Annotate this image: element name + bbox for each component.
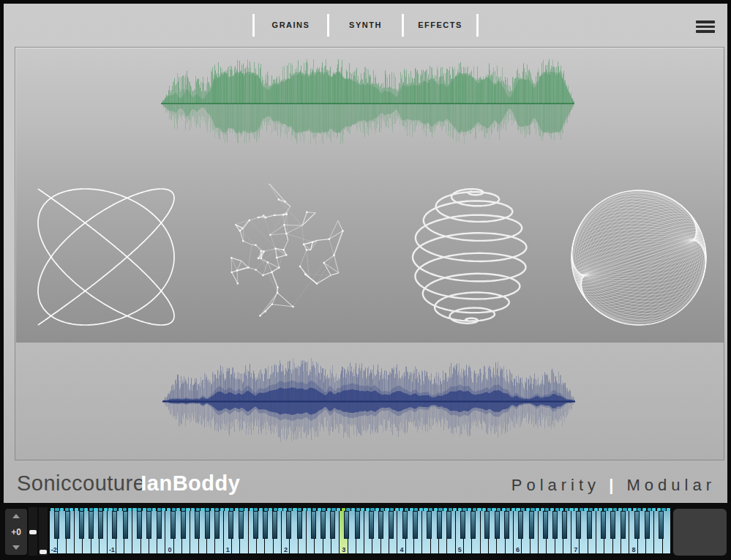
- key-D#1[interactable]: [239, 511, 244, 539]
- key-range-strip: [128, 508, 132, 511]
- key-range-strip: [176, 508, 180, 511]
- key-range-strip: [132, 508, 136, 511]
- key-C#4[interactable]: [402, 511, 408, 539]
- key-range-strip: [521, 508, 525, 511]
- key-C#1[interactable]: [228, 511, 233, 539]
- key-range-strip: [50, 508, 54, 511]
- key-F#7[interactable]: [601, 511, 606, 539]
- transpose-down-icon[interactable]: [12, 545, 20, 550]
- key-F#0[interactable]: [195, 511, 200, 539]
- key-range-strip: [288, 508, 292, 511]
- key-C#-2[interactable]: [54, 511, 59, 539]
- key-D#3[interactable]: [355, 511, 360, 539]
- key-C#8[interactable]: [634, 511, 640, 539]
- key-G#0[interactable]: [205, 511, 210, 539]
- key-range-strip: [123, 508, 127, 511]
- key-A#7[interactable]: [621, 511, 626, 539]
- key-range-strip: [618, 508, 622, 511]
- key-G#7[interactable]: [610, 511, 615, 539]
- menu-icon-bar: [696, 20, 715, 23]
- key-range-strip: [482, 508, 486, 511]
- key-G#-1[interactable]: [146, 511, 151, 539]
- scrollbar-handle[interactable]: [40, 550, 47, 554]
- key-range-strip: [307, 508, 311, 511]
- key-range-strip: [361, 508, 364, 511]
- key-range-strip: [259, 508, 263, 511]
- key-G#1[interactable]: [263, 511, 268, 539]
- key-A#0[interactable]: [214, 511, 220, 539]
- key-G#6[interactable]: [552, 511, 558, 539]
- key-F#1[interactable]: [253, 511, 258, 539]
- key-A#-1[interactable]: [157, 511, 162, 539]
- key-A#4[interactable]: [446, 511, 451, 539]
- key-range-strip: [652, 508, 656, 511]
- key-range-strip: [200, 508, 204, 511]
- tab-effects[interactable]: EFFECTS: [404, 20, 476, 29]
- key-range-strip: [225, 508, 228, 511]
- keyboard-scrollbar-right: [39, 507, 48, 556]
- key-A#6[interactable]: [562, 511, 567, 539]
- key-G#4[interactable]: [437, 511, 442, 539]
- key-F#8[interactable]: [659, 511, 664, 539]
- key-range-strip: [152, 508, 156, 511]
- key-range-strip: [80, 508, 83, 511]
- key-F#2[interactable]: [311, 511, 316, 539]
- key-range-strip: [327, 508, 331, 511]
- key-A#5[interactable]: [504, 511, 509, 539]
- key-F#-1[interactable]: [137, 511, 142, 539]
- key-D#5[interactable]: [471, 511, 476, 539]
- key-A#1[interactable]: [272, 511, 277, 539]
- key-range-strip: [230, 508, 233, 511]
- key-G#3[interactable]: [378, 511, 383, 539]
- key-range-strip: [366, 508, 370, 511]
- key-D#-1[interactable]: [123, 511, 128, 539]
- key-F#5[interactable]: [484, 511, 490, 539]
- product-name-separator: |: [609, 476, 618, 494]
- key-range-strip: [502, 508, 506, 511]
- hamburger-menu-icon[interactable]: [696, 20, 715, 33]
- tab-grains[interactable]: GRAINS: [255, 20, 327, 29]
- key-G#5[interactable]: [495, 511, 500, 539]
- key-range-strip: [400, 508, 403, 511]
- key-D#2[interactable]: [297, 511, 302, 539]
- key-C#2[interactable]: [286, 511, 291, 539]
- key-range-strip: [584, 508, 588, 511]
- key-D#7[interactable]: [587, 511, 592, 539]
- tab-synth[interactable]: SYNTH: [329, 20, 402, 29]
- key-range-strip: [604, 508, 607, 511]
- ribbon-sphere-visual: [567, 186, 711, 329]
- transpose-up-icon[interactable]: [12, 514, 20, 518]
- key-range-strip: [244, 508, 248, 511]
- key-C#-1[interactable]: [112, 511, 117, 539]
- key-A#3[interactable]: [389, 511, 394, 539]
- key-F#6[interactable]: [543, 511, 548, 539]
- key-C#0[interactable]: [170, 511, 176, 539]
- key-range-strip: [119, 508, 122, 511]
- lissajous-square-visual: [34, 185, 178, 329]
- key-G8[interactable]: [663, 511, 670, 553]
- key-G#-2[interactable]: [89, 511, 94, 539]
- key-D#4[interactable]: [413, 511, 418, 539]
- key-G#2[interactable]: [320, 511, 326, 539]
- key-C#3[interactable]: [344, 511, 349, 539]
- key-range-strip: [191, 508, 195, 511]
- key-D#0[interactable]: [181, 511, 186, 539]
- key-C#6[interactable]: [518, 511, 523, 539]
- key-range-strip: [637, 508, 641, 511]
- key-A#2[interactable]: [330, 511, 335, 539]
- key-F#3[interactable]: [369, 511, 374, 539]
- key-D#8[interactable]: [645, 511, 650, 539]
- key-D#6[interactable]: [529, 511, 534, 539]
- key-C#5[interactable]: [460, 511, 465, 539]
- scrollbar-handle[interactable]: [29, 530, 37, 534]
- key-F#-2[interactable]: [79, 511, 84, 539]
- plexus-network-visual: [219, 184, 352, 327]
- key-range-strip: [453, 508, 457, 511]
- key-range-strip: [172, 508, 176, 511]
- key-range-strip: [657, 508, 661, 511]
- key-D#-2[interactable]: [65, 511, 70, 539]
- key-C#7[interactable]: [576, 511, 581, 539]
- key-range-strip: [215, 508, 219, 511]
- key-F#4[interactable]: [427, 511, 432, 539]
- key-A#-2[interactable]: [98, 511, 103, 539]
